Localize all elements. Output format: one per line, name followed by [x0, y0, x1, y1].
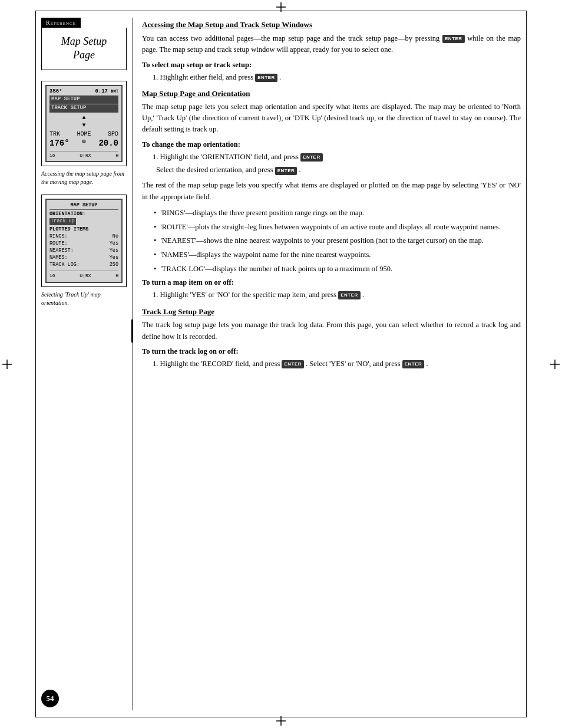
section3-instruction1: To turn the track log on or off:	[142, 347, 521, 356]
enter-badge-2: ENTER	[255, 74, 277, 82]
bullet-tracklog: 'TRACK LOG'—displays the number of track…	[149, 263, 521, 275]
enter-badge-5: ENTER	[338, 291, 361, 299]
screen1-distance: 0.17 NMT	[95, 88, 118, 95]
enter-badge-1: ENTER	[442, 35, 465, 43]
screen2-title: MAP SETUP	[49, 202, 118, 210]
screen1-data-values: 176° ⊕ 20.0	[49, 138, 118, 149]
screen2-orientation-value: Track Up	[49, 218, 118, 225]
screen2-row-4: TRACK LOG: 250	[49, 262, 118, 269]
screen1-arrows: ▲ ▼	[49, 114, 118, 129]
bullet-names: 'NAMES'—displays the waypoint name for t…	[149, 249, 521, 261]
screen1-data-labels: TRK HOME SPD	[49, 130, 118, 138]
reg-mark-left	[2, 360, 12, 369]
enter-badge-4: ENTER	[275, 167, 297, 175]
chapter-title-box: Map Setup Page	[41, 28, 127, 70]
section2-instruction1: To change the map orientation:	[142, 140, 521, 149]
sidebar: Reference Map Setup Page 356° 0.17 NMT M…	[41, 18, 133, 710]
reg-mark-bottom	[276, 716, 286, 726]
section1-step1: 1. Highlight either field, and press ENT…	[153, 72, 521, 83]
chapter-title: Map Setup Page	[61, 35, 107, 61]
section1-title: Accessing the Map Setup and Track Setup …	[142, 20, 521, 29]
enter-badge-3: ENTER	[300, 153, 323, 162]
section1-instruction1: To select map setup or track setup:	[142, 61, 521, 70]
enter-badge-7: ENTER	[402, 360, 425, 368]
section3-title: Track Log Setup Page	[142, 307, 521, 317]
bullet-nearest: 'NEAREST'—shows the nine nearest waypoin…	[149, 235, 521, 246]
section3-step1: 1. Highlight the 'RECORD' field, and pre…	[153, 358, 521, 370]
screen1-menu: MAP SETUP TRACK SETUP	[49, 95, 118, 112]
device-image-2: MAP SETUP ORIENTATION: Track Up PLOTTED …	[41, 195, 127, 286]
section2-step1-cont: Select the desired orientation, and pres…	[156, 164, 521, 176]
screen2-row-0: RINGS: No	[49, 233, 118, 241]
page-border-right	[526, 11, 527, 717]
bullet-rings: 'RINGS'—displays the three present posit…	[149, 207, 521, 219]
screen1-heading: 356°	[49, 88, 62, 95]
section3-sidebar-bar	[131, 319, 133, 342]
screen2-row-2: NEAREST: Yes	[49, 248, 118, 255]
caption-1: Accessing the map setup page from the mo…	[41, 170, 127, 186]
section2-step1: 1. Highlight the 'ORIENTATION' field, an…	[153, 151, 521, 163]
bullet-route: 'ROUTE'—plots the straight–leg lines bet…	[149, 222, 521, 233]
enter-badge-6: ENTER	[282, 360, 304, 368]
section2-step2: 1. Highlight 'YES' or 'NO' for the speci…	[153, 289, 521, 301]
screen2-row-1: ROUTE: Yes	[49, 241, 118, 248]
section2-body2: The rest of the map setup page lets you …	[142, 180, 521, 203]
section3-body1: The track log setup page lets you manage…	[142, 319, 521, 342]
caption-2: Selecting 'Track Up' map orientation.	[41, 291, 127, 307]
screen2-orientation-label: ORIENTATION:	[49, 211, 118, 218]
page-border-bottom	[35, 717, 527, 717]
device-screen-1: 356° 0.17 NMT MAP SETUP TRACK SETUP ▲ ▼ …	[45, 85, 123, 163]
page-border-top	[35, 11, 527, 11]
map-setup-screen: MAP SETUP ORIENTATION: Track Up PLOTTED …	[45, 199, 123, 282]
section2-instruction2: To turn a map item on or off:	[142, 278, 521, 287]
section3-content: The track log setup page lets you manage…	[142, 319, 521, 342]
screen2-plotted-header: PLOTTED ITEMS	[49, 226, 118, 233]
screen1-bottom: 16 U|RX H	[49, 151, 118, 159]
screen2-row-3: NAMES: Yes	[49, 255, 118, 262]
screen2-bottom: 16 U|RX H	[49, 271, 118, 279]
device-image-1: 356° 0.17 NMT MAP SETUP TRACK SETUP ▲ ▼ …	[41, 81, 127, 167]
reg-mark-right	[550, 360, 560, 369]
page-border-left	[35, 11, 36, 717]
main-content: Accessing the Map Setup and Track Setup …	[133, 18, 521, 710]
section2-title: Map Setup Page and Orientation	[142, 89, 521, 98]
section2-body1: The map setup page lets you select map o…	[142, 101, 521, 136]
screen1-top-row: 356° 0.17 NMT	[49, 88, 118, 95]
reference-tab: Reference	[41, 18, 81, 28]
page-content: Reference Map Setup Page 356° 0.17 NMT M…	[41, 18, 521, 710]
section1-body1: You can access two additional pages—the …	[142, 33, 521, 56]
